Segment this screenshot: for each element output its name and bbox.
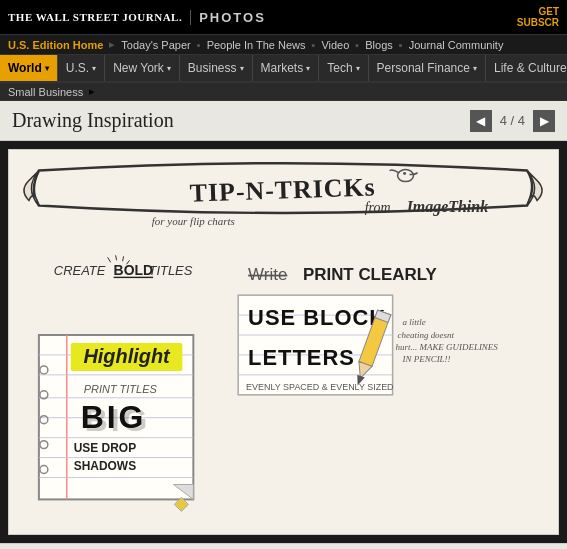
us-arrow: ▾ [92, 64, 96, 73]
nav-us[interactable]: U.S. ▾ [58, 55, 105, 81]
tech-arrow: ▾ [356, 64, 360, 73]
svg-text:CREATE: CREATE [54, 263, 106, 278]
blogs-link[interactable]: Blogs [365, 39, 393, 51]
next-button[interactable]: ▶ [533, 110, 555, 132]
ny-arrow: ▾ [167, 64, 171, 73]
sub-nav: Small Business ▸ [0, 83, 567, 101]
main-image-area: TIP-N-TRICKs for your flip charts from I… [0, 141, 567, 543]
nav-tech[interactable]: Tech ▾ [319, 55, 368, 81]
svg-text:PRINT TITLES: PRINT TITLES [84, 383, 158, 395]
world-arrow: ▾ [45, 64, 49, 73]
small-business-link[interactable]: Small Business [8, 86, 83, 98]
top-nav: U.S. Edition Home ▸ Today's Paper ▪ Peop… [0, 35, 567, 55]
subscr-label: SUBSCR [517, 17, 559, 28]
header-right: GET SUBSCR [517, 6, 559, 28]
people-link[interactable]: People In The News [207, 39, 306, 51]
prev-button[interactable]: ◀ [470, 110, 492, 132]
nav-world[interactable]: World ▾ [0, 55, 58, 81]
svg-text:for your flip charts: for your flip charts [152, 215, 235, 227]
page-title: Drawing Inspiration [12, 109, 470, 132]
nav-new-york[interactable]: New York ▾ [105, 55, 180, 81]
site-header: THE WALL STREET JOURNAL. PHOTOS GET SUBS… [0, 0, 567, 35]
biz-arrow: ▾ [240, 64, 244, 73]
svg-text:BIG: BIG [85, 402, 151, 438]
journal-community-link[interactable]: Journal Community [409, 39, 504, 51]
svg-text:PRINT CLEARLY: PRINT CLEARLY [303, 265, 438, 284]
sep5: ▪ [399, 39, 403, 51]
main-nav: World ▾ U.S. ▾ New York ▾ Business ▾ Mar… [0, 55, 567, 83]
nav-business[interactable]: Business ▾ [180, 55, 253, 81]
svg-text:SHADOWS: SHADOWS [74, 459, 136, 473]
svg-text:ImageThink: ImageThink [406, 198, 489, 216]
todays-paper-link[interactable]: Today's Paper [121, 39, 190, 51]
sep1: ▸ [109, 38, 115, 51]
svg-text:cheating doesnt: cheating doesnt [398, 330, 455, 340]
svg-text:Write: Write [248, 265, 287, 284]
svg-text:IN PENCIL!!: IN PENCIL!! [402, 354, 451, 364]
sep3: ▪ [311, 39, 315, 51]
svg-text:EVENLY SPACED & EVENLY SIZED: EVENLY SPACED & EVENLY SIZED [246, 382, 394, 392]
footer-bar: Related: Doodling for Dollars ImageThink [0, 543, 567, 549]
svg-text:USE DROP: USE DROP [74, 441, 136, 455]
svg-text:hurt... MAKE GUIDELINES: hurt... MAKE GUIDELINES [396, 342, 499, 352]
sketch-svg: TIP-N-TRICKs for your flip charts from I… [9, 150, 558, 530]
sep4: ▪ [355, 39, 359, 51]
mkt-arrow: ▾ [306, 64, 310, 73]
photos-label: PHOTOS [190, 10, 266, 25]
edition-home-link[interactable]: U.S. Edition Home [8, 39, 103, 51]
nav-life-culture[interactable]: Life & Culture ▾ [486, 55, 567, 81]
nav-controls: ◀ 4 / 4 ▶ [470, 110, 555, 132]
sketch-container: TIP-N-TRICKs for your flip charts from I… [8, 149, 559, 535]
svg-text:USE BLOCK: USE BLOCK [248, 305, 386, 330]
get-label: GET [517, 6, 559, 17]
pf-arrow: ▾ [473, 64, 477, 73]
svg-text:from: from [365, 200, 391, 215]
title-bar: Drawing Inspiration ◀ 4 / 4 ▶ [0, 101, 567, 141]
svg-text:LETTERS: LETTERS [248, 345, 355, 370]
nav-personal-finance[interactable]: Personal Finance ▾ [369, 55, 486, 81]
svg-text:a little: a little [403, 317, 426, 327]
video-link[interactable]: Video [321, 39, 349, 51]
sub-sep: ▸ [89, 85, 95, 98]
svg-text:BOLD: BOLD [114, 262, 153, 278]
svg-text:Highlight: Highlight [83, 345, 171, 367]
wsj-logo: THE WALL STREET JOURNAL. [8, 11, 182, 23]
page-count: 4 / 4 [500, 113, 525, 128]
sep2: ▪ [197, 39, 201, 51]
svg-text:TITLES: TITLES [148, 263, 192, 278]
nav-markets[interactable]: Markets ▾ [253, 55, 320, 81]
svg-point-6 [403, 172, 406, 175]
